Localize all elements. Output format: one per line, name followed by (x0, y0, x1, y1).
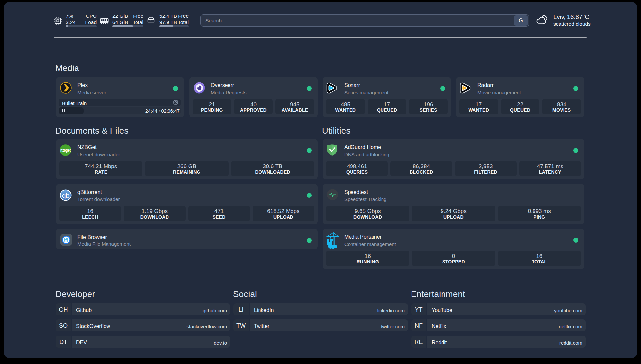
svg-text:nzbget: nzbget (60, 148, 71, 153)
svg-text:qb: qb (62, 192, 69, 199)
